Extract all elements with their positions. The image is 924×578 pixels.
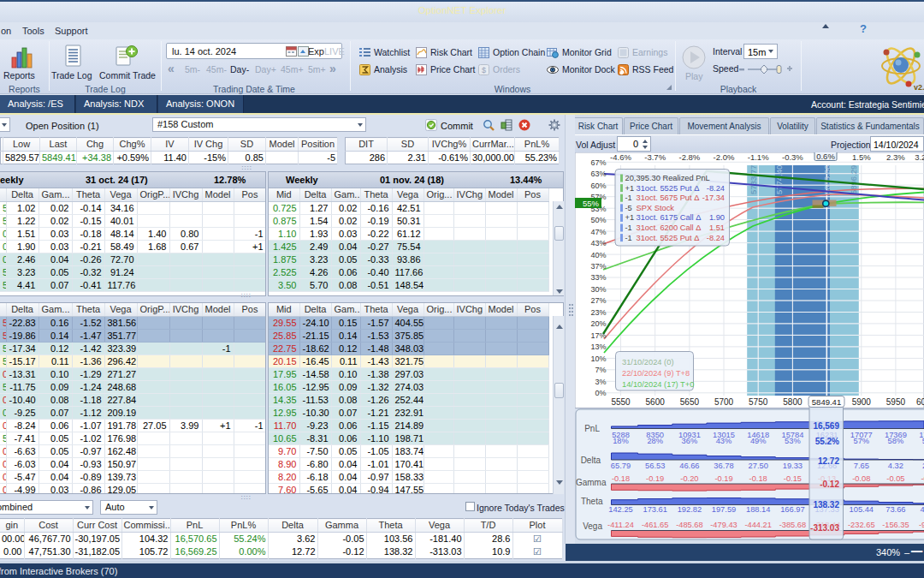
svg-text:20,395.30 Realized PnL: 20,395.30 Realized PnL [625,174,710,182]
svg-text:5950: 5950 [886,397,906,407]
svg-text:142.25: 142.25 [608,505,632,514]
svg-text:-156.35: -156.35 [882,521,909,529]
svg-text:12.72: 12.72 [818,456,839,466]
svg-text:5750: 5750 [749,397,768,407]
svg-text:36.78: 36.78 [714,462,733,470]
svg-text:-0.19: -0.19 [714,474,732,483]
svg-text:5800: 5800 [783,397,803,407]
svg-text:-0.15: -0.15 [784,474,802,483]
svg-text:7%: 7% [595,366,606,374]
svg-text:138.32: 138.32 [813,500,839,509]
svg-text:-0.03: -0.03 [921,474,924,483]
svg-text:-0.20: -0.20 [680,474,698,483]
svg-text:31oct. 6175 Call Δ: 31oct. 6175 Call Δ [637,213,702,222]
svg-text:49%: 49% [750,437,767,445]
svg-text:31oct. 5675 Put Δ: 31oct. 5675 Put Δ [637,194,700,202]
svg-text:20%: 20% [590,319,606,328]
svg-text:30%: 30% [590,285,606,294]
svg-text:-485.68: -485.68 [676,521,703,529]
svg-text:5733.77: 5733.77 [749,165,758,194]
svg-text:197.59: 197.59 [712,505,736,514]
svg-text:5849.41: 5849.41 [812,397,841,407]
svg-text:-232.65: -232.65 [848,521,875,529]
svg-text:-411.24: -411.24 [607,521,634,529]
svg-text:-444.21: -444.21 [744,521,772,529]
svg-text:-0.08: -0.08 [852,474,870,483]
svg-text:+1: +1 [625,184,635,193]
svg-text:-8.24: -8.24 [707,184,725,193]
svg-text:Theta: Theta [581,497,603,506]
svg-text:27.50: 27.50 [749,462,768,470]
svg-text:-95.21: -95.21 [919,521,924,529]
svg-text:-8.24: -8.24 [707,234,725,242]
svg-text:5900: 5900 [852,397,872,407]
svg-text:55.2%: 55.2% [815,437,839,446]
svg-text:60%: 60% [590,182,606,190]
svg-text:Delta: Delta [581,456,601,465]
svg-text:46.66: 46.66 [679,462,699,470]
svg-text:27%: 27% [590,296,606,305]
svg-text:5550: 5550 [611,397,631,407]
svg-text:40%: 40% [590,251,606,259]
svg-text:-0.18: -0.18 [612,474,630,483]
svg-text:3%: 3% [595,378,606,386]
svg-text:-4.6%: -4.6% [610,152,631,162]
svg-text:5774.40: 5774.40 [774,165,784,194]
svg-text:73.66: 73.66 [886,505,905,514]
svg-text:-313.03: -313.03 [810,523,839,533]
svg-text:-1: -1 [625,194,632,202]
svg-text:63%: 63% [590,170,606,178]
svg-text:0%: 0% [595,389,606,397]
svg-text:192.82: 192.82 [678,505,702,514]
svg-text:-17.34: -17.34 [702,194,725,202]
svg-text:$: $ [482,66,486,74]
svg-text:7.65: 7.65 [854,462,869,470]
svg-text:22/10/2024 (9) T+8: 22/10/2024 (9) T+8 [622,369,690,378]
svg-text:-0.19: -0.19 [646,474,664,483]
svg-text:65.79: 65.79 [611,462,631,470]
svg-text:-1.1%: -1.1% [748,152,769,162]
svg-text:-0.18: -0.18 [749,474,767,483]
svg-text:33%: 33% [590,273,606,282]
svg-text:10%: 10% [590,355,606,363]
svg-text:28%: 28% [647,437,663,445]
svg-text:-3.7%: -3.7% [644,152,666,162]
svg-text:31oct. 6200 Call Δ: 31oct. 6200 Call Δ [637,223,702,232]
svg-text:5650: 5650 [680,397,700,407]
svg-text:+1: +1 [625,213,635,222]
svg-text:-1: -1 [625,223,632,232]
svg-text:-0.3%: -0.3% [782,152,803,162]
svg-text:36%: 36% [682,437,698,445]
svg-text:5600: 5600 [646,397,666,407]
svg-text:-479.43: -479.43 [710,521,737,529]
svg-text:PnL: PnL [584,424,600,433]
svg-text:4.32: 4.32 [888,462,903,470]
svg-text:5855.66: 5855.66 [822,165,832,194]
svg-text:19.33: 19.33 [783,462,803,470]
svg-text:13%: 13% [590,343,606,351]
svg-text:-385.68: -385.68 [779,521,807,529]
svg-text:31oct. 5525 Put Δ: 31oct. 5525 Put Δ [637,234,700,242]
svg-text:-2.0%: -2.0% [714,152,735,162]
svg-text:3.2%: 3.2% [915,152,924,162]
svg-text:43%: 43% [590,239,606,247]
svg-text:-1: -1 [625,234,632,242]
svg-text:105.44: 105.44 [850,505,874,514]
svg-text:17%: 17% [590,331,606,340]
svg-text:45.54: 45.54 [920,505,924,514]
svg-text:1.90: 1.90 [709,213,725,222]
svg-text:55%: 55% [583,199,600,208]
svg-text:2.3%: 2.3% [886,152,905,162]
svg-text:58%: 58% [888,437,904,445]
svg-text:16,569: 16,569 [813,421,839,431]
svg-text:-2.8%: -2.8% [678,152,700,162]
svg-text:43%: 43% [716,437,732,445]
svg-text:0.6%: 0.6% [816,152,835,161]
svg-text:-0.12: -0.12 [820,480,839,489]
svg-text:Gamma: Gamma [576,478,607,487]
svg-text:5700: 5700 [714,397,734,407]
svg-text:-0.05: -0.05 [886,474,904,483]
svg-text:57%: 57% [853,437,869,445]
svg-text:6000: 6000 [916,397,924,407]
svg-text:1.51: 1.51 [709,223,725,232]
